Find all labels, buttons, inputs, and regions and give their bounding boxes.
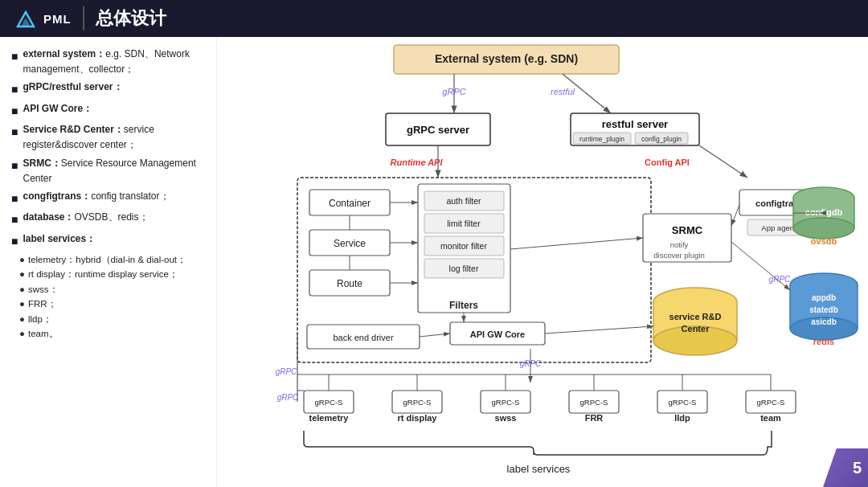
log-filter-label: log filter <box>449 264 479 273</box>
asicdb-label: asicdb <box>811 317 837 326</box>
sidebar-text-5: SRMC：Service Resource Management Center <box>23 156 205 186</box>
page-title: 总体设计 <box>83 6 166 31</box>
telemetry-label: telemetry <box>309 413 350 423</box>
bullet-1: ■ <box>11 47 18 77</box>
restful-server-label: restful server <box>602 118 668 130</box>
bullet-3: ■ <box>11 102 18 120</box>
label-services-text: label services <box>507 463 571 475</box>
grpc-label-left: gRPC <box>277 393 299 402</box>
swss-box: gRPC-S <box>492 398 520 407</box>
configdb-label: configdb <box>805 207 843 217</box>
sub-item-3: ● swss： <box>19 282 205 297</box>
bullet-2: ■ <box>11 80 18 98</box>
sub-item-4: ● FRR； <box>19 297 205 311</box>
back-end-driver-label: back end driver <box>333 333 394 342</box>
bullet-6: ■ <box>11 190 18 207</box>
runtime-api-label: Runtime API <box>391 158 444 167</box>
svg-line-55 <box>731 242 790 290</box>
logo-text: PML <box>43 12 72 26</box>
logo: PML <box>13 6 72 31</box>
sub-item-2: ● rt display：runtime display service； <box>19 267 205 281</box>
svg-line-14 <box>699 145 747 178</box>
sidebar-text-1: external system：e.g. SDN、Network managem… <box>23 47 205 77</box>
bullet-4: ■ <box>11 123 18 153</box>
architecture-diagram: External system (e.g. SDN) gRPC restful … <box>217 37 868 487</box>
sidebar: ■ external system：e.g. SDN、Network manag… <box>0 37 217 487</box>
sub-item-5: ● lldp； <box>19 312 205 326</box>
svg-line-32 <box>420 334 450 337</box>
rt-display-box: gRPC-S <box>403 398 432 407</box>
logo-icon <box>13 6 39 31</box>
limit-filter-label: limit filter <box>447 219 481 228</box>
sidebar-text-4: Service R&D Center：service register&disc… <box>23 122 205 153</box>
service-rd-center-label2: Center <box>682 324 710 334</box>
grpc-label-srmc: gRPC <box>769 275 791 284</box>
sidebar-item-2: ■ gRPC/restful server： <box>11 80 205 98</box>
filters-label: Filters <box>449 300 478 311</box>
sidebar-text-8: label services： <box>23 231 96 250</box>
svg-line-34 <box>510 238 643 249</box>
header: PML 总体设计 <box>0 0 868 37</box>
restful-label-top: restful <box>551 87 575 96</box>
discover-plugin-label: discover plugin <box>653 251 704 260</box>
grpc-label-left2: gRPC <box>276 367 297 376</box>
monitor-filter-label: monitor filter <box>440 241 487 251</box>
sidebar-item-8: ■ label services： <box>11 231 205 250</box>
bullet-5: ■ <box>11 157 18 186</box>
grpc-server-label: gRPC server <box>407 124 469 136</box>
sub-item-6: ● team。 <box>19 326 205 341</box>
auth-filter-label: auth filter <box>446 196 481 206</box>
svg-line-49 <box>731 205 739 226</box>
route-label: Route <box>337 278 362 289</box>
team-label: team <box>760 413 781 423</box>
api-gw-core-label: API GW Core <box>470 329 525 339</box>
sub-item-1: ● telemetry：hybrid（dial-in & dial-out； <box>19 252 205 267</box>
main-content: ■ external system：e.g. SDN、Network manag… <box>0 37 868 487</box>
redis-label: redis <box>813 337 834 346</box>
rt-display-label: rt display <box>398 413 438 423</box>
notify-label: notify <box>670 240 689 249</box>
statedb-label: statedb <box>809 305 838 314</box>
config-plugin-label: config_plugin <box>641 135 682 143</box>
sidebar-item-3: ■ API GW Core： <box>11 101 205 120</box>
bullet-8: ■ <box>11 232 18 250</box>
diagram-area: External system (e.g. SDN) gRPC restful … <box>217 37 868 487</box>
telemetry-box: gRPC-S <box>315 398 343 407</box>
app-agent-label: App agent <box>761 223 796 232</box>
svg-line-40 <box>545 326 653 334</box>
config-api-label: Config API <box>645 158 690 167</box>
frr-box: gRPC-S <box>580 398 608 407</box>
bullet-7: ■ <box>11 211 18 228</box>
ovsdb-label: ovsdb <box>811 236 837 246</box>
sidebar-text-6: congfigtrans：config translator； <box>23 189 169 207</box>
lldp-box: gRPC-S <box>669 398 697 407</box>
sidebar-item-1: ■ external system：e.g. SDN、Network manag… <box>11 47 205 77</box>
sidebar-item-5: ■ SRMC：Service Resource Management Cente… <box>11 156 205 186</box>
sidebar-text-3: API GW Core： <box>23 101 92 120</box>
sidebar-text-7: database：OVSDB、redis； <box>23 210 148 228</box>
swss-label: swss <box>495 413 517 423</box>
container-label: Container <box>329 198 371 209</box>
sidebar-item-6: ■ congfigtrans：config translator； <box>11 189 205 207</box>
lldp-label: lldp <box>674 413 690 423</box>
external-system-label: External system (e.g. SDN) <box>435 52 578 65</box>
srmc-label: SRMC <box>672 224 703 236</box>
appdb-label: appdb <box>812 293 836 302</box>
runtime-plugin-label: runtime_plugin <box>579 135 624 143</box>
service-rd-center-label: service R&D <box>669 312 722 321</box>
page-number: 5 <box>853 459 862 477</box>
service-label: Service <box>334 238 366 249</box>
team-box: gRPC-S <box>757 398 785 407</box>
sidebar-text-2: gRPC/restful server： <box>23 80 122 98</box>
frr-label: FRR <box>585 413 604 423</box>
sidebar-item-4: ■ Service R&D Center：service register&di… <box>11 122 205 153</box>
sidebar-item-7: ■ database：OVSDB、redis； <box>11 210 205 228</box>
